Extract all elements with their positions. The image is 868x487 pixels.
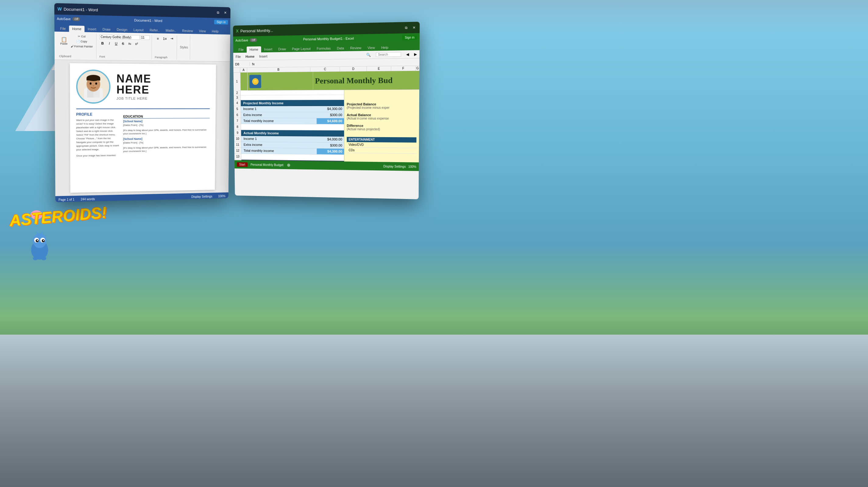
font-size-input[interactable]	[141, 35, 150, 40]
projected-balance-section: Projected Balance (Projected income minu…	[347, 102, 416, 110]
paragraph-section: ≡ 1≡ ⇥ Paragraph	[153, 35, 177, 59]
actual-balance-title: Actual Balance	[347, 113, 416, 117]
word-tab-view[interactable]: View	[196, 28, 209, 34]
profile-title: PROFILE	[76, 112, 119, 116]
underline-button[interactable]: U	[113, 40, 119, 47]
word-tab-file[interactable]: File	[57, 25, 69, 32]
excel-tab-draw[interactable]: Draw	[275, 46, 289, 53]
excel-app-icon: X	[236, 29, 239, 33]
excel-cell-reference[interactable]: D8	[235, 62, 250, 66]
excel-tab-review[interactable]: Review	[347, 45, 364, 51]
strikethrough-button[interactable]: S	[120, 40, 126, 47]
actual-income1-row[interactable]: Income 1 $4,000.00	[241, 136, 344, 143]
font-name-input[interactable]	[99, 34, 140, 40]
excel-home-label[interactable]: Home	[246, 55, 255, 58]
word-autosave-toggle[interactable]: Off	[72, 17, 80, 21]
excel-window-controls: ⧉ ✕	[404, 25, 416, 30]
excel-search-input[interactable]	[376, 52, 401, 57]
excel-right-panel: Projected Balance (Projected income minu…	[344, 90, 419, 162]
projected-extra-row[interactable]: Extra income $300.00	[241, 112, 344, 118]
row-num-1: 1	[234, 72, 240, 91]
school1-desc: [It's okay to brag about your GPA, award…	[123, 128, 209, 135]
word-tab-draw[interactable]: Draw	[99, 26, 114, 33]
profile-text-2: Once your image has been inserted.	[76, 154, 119, 158]
word-tab-home[interactable]: Home	[69, 26, 84, 32]
excel-tab-data[interactable]: Data	[334, 45, 347, 52]
projected-income1-row[interactable]: Income 1 $4,300.00	[241, 106, 344, 112]
actual-balance-section: Actual Balance (Actual income minus expe…	[347, 113, 416, 120]
col-header-c: C	[310, 67, 340, 71]
excel-add-sheet[interactable]: ⊕	[287, 163, 291, 168]
excel-data-area: 🪙 Personal Monthly Bud	[240, 71, 419, 162]
sheet-tab-start[interactable]: Start	[237, 162, 248, 167]
entertainment-header-text: ENTERTAINMENT	[348, 138, 375, 142]
entertainment-cds-row[interactable]: CDs	[347, 148, 416, 154]
projected-total-row[interactable]: Total monthly income $4,600.00	[241, 118, 344, 125]
sheet-tab-budget[interactable]: Personal Monthly Budget	[248, 162, 286, 167]
word-tab-references[interactable]: Refer..	[147, 27, 162, 33]
excel-tab-help[interactable]: Help	[378, 44, 392, 51]
word-restore-button[interactable]: ⧉	[216, 10, 221, 15]
doc-left-column: PROFILE Want to put your own image in th…	[76, 112, 119, 158]
word-display-settings[interactable]: Display Settings	[191, 195, 212, 199]
bold-button[interactable]: B	[99, 40, 105, 46]
word-close-button[interactable]: ✕	[223, 10, 227, 15]
excel-main-data: Projected Monthly Income Income 1 $4,300…	[241, 90, 419, 162]
projected-extra-label: Extra income	[241, 112, 317, 118]
excel-autosave-toggle[interactable]: Off	[250, 38, 257, 42]
projected-income-header: Projected Monthly Income	[241, 100, 344, 106]
superscript-button[interactable]: x²	[133, 40, 140, 47]
entertainment-dvd-row[interactable]: Video/DVD	[347, 142, 416, 148]
right-panel-blank-top	[347, 92, 417, 102]
excel-insert-label[interactable]: Insert	[259, 54, 268, 58]
excel-signin-btn[interactable]: Sign in	[402, 35, 417, 40]
excel-tab-file[interactable]: File	[236, 47, 247, 53]
projected-extra-amount: $300.00	[316, 112, 344, 118]
word-tab-insert[interactable]: Insert	[84, 26, 99, 32]
excel-nav-back[interactable]: ◀	[406, 52, 409, 57]
paste-button[interactable]: 📋 Paste	[59, 36, 68, 46]
projected-income-header-text: Projected Monthly Income	[243, 101, 284, 105]
excel-nav-forward[interactable]: ▶	[414, 52, 417, 56]
copy-button[interactable]: 📄Copy	[69, 39, 94, 44]
excel-budget-title-cell[interactable]: 🪙	[247, 72, 313, 91]
actual-total-amount: $4,300.00	[317, 148, 344, 154]
word-tab-mailings[interactable]: Mailin..	[163, 27, 179, 33]
excel-tab-formulas[interactable]: Formulas	[313, 45, 334, 52]
word-tab-design[interactable]: Design	[114, 26, 130, 33]
row-num-9: 9	[234, 130, 241, 136]
excel-window[interactable]: X Personal Monthly... ⧉ ✕ AutoSave Off P…	[233, 22, 420, 199]
excel-display-settings[interactable]: Display Settings	[383, 164, 406, 168]
excel-close-button[interactable]: ✕	[411, 25, 416, 30]
actual-extra-amount: $300.00	[317, 142, 344, 148]
format-painter-button[interactable]: 🖌Format Painter	[69, 44, 94, 49]
subscript-button[interactable]: x₂	[127, 40, 133, 47]
col-header-g: G	[415, 66, 419, 71]
actual-income1-amount: $4,000.00	[316, 136, 344, 143]
word-tab-layout[interactable]: Layout	[130, 27, 147, 33]
word-signin-area[interactable]: Sign in	[214, 20, 228, 24]
row-num-8: 8	[234, 124, 241, 130]
word-window[interactable]: W Document1 - Word ⧉ ✕ AutoSave Off Docu…	[54, 3, 230, 202]
indent-button[interactable]: ⇥	[169, 36, 175, 42]
excel-file-label[interactable]: File	[236, 55, 241, 58]
excel-tab-view[interactable]: View	[364, 44, 378, 51]
word-word-count: 244 words	[81, 197, 95, 201]
italic-button[interactable]: I	[106, 40, 113, 47]
excel-tab-insert[interactable]: Insert	[261, 46, 275, 53]
profile-image-circle[interactable]	[76, 69, 110, 103]
difference-section: Difference (Actual minus projected)	[347, 124, 416, 131]
word-tab-review[interactable]: Review	[179, 27, 196, 34]
excel-restore-button[interactable]: ⧉	[404, 25, 409, 30]
cell-a1[interactable]	[240, 72, 248, 91]
excel-budget-title-text-cell[interactable]: Personal Monthly Bud	[313, 71, 420, 90]
excel-tab-pagelayout[interactable]: Page Layout	[289, 45, 313, 52]
excel-formula-input[interactable]	[257, 62, 418, 64]
cut-button[interactable]: ✂Cut	[69, 34, 94, 39]
projected-total-label: Total monthly income	[241, 118, 316, 124]
bullets-button[interactable]: ≡	[155, 35, 161, 41]
word-tab-help[interactable]: Help	[209, 28, 222, 34]
excel-tab-home[interactable]: Home	[246, 46, 261, 53]
excel-sheet-tabs: Start Personal Monthly Budget	[237, 162, 286, 167]
numbering-button[interactable]: 1≡	[162, 35, 168, 41]
